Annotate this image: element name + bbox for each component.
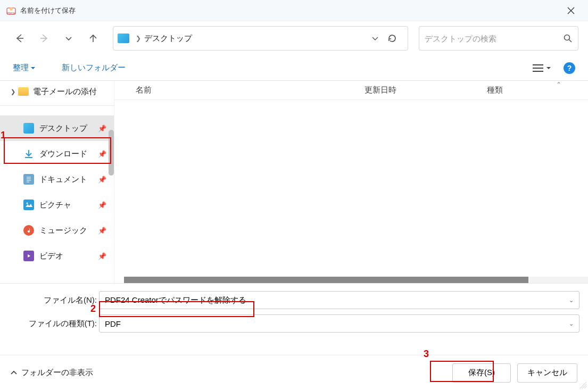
pin-icon[interactable]: 📌 bbox=[98, 227, 106, 235]
pin-icon[interactable]: 📌 bbox=[98, 125, 106, 132]
folder-icon bbox=[18, 87, 29, 96]
chevron-down-icon[interactable]: ⌄ bbox=[569, 320, 574, 327]
music-icon bbox=[23, 225, 34, 236]
filetype-label: ファイルの種類(T): bbox=[9, 319, 99, 329]
sidebar-item-label: ドキュメント bbox=[39, 175, 87, 185]
window-title: 名前を付けて保存 bbox=[20, 6, 560, 15]
breadcrumb-location[interactable]: デスクトップ bbox=[144, 34, 371, 44]
sidebar-item-music[interactable]: ミュージック 📌 bbox=[0, 218, 114, 243]
sidebar-item-desktop[interactable]: デスクトップ 📌 bbox=[0, 115, 114, 141]
video-icon bbox=[23, 251, 34, 261]
scrollbar-thumb[interactable] bbox=[124, 277, 528, 283]
download-icon bbox=[23, 148, 34, 159]
close-button[interactable] bbox=[560, 0, 582, 21]
svg-rect-5 bbox=[24, 201, 33, 209]
pictures-icon bbox=[23, 200, 34, 210]
breadcrumb-dropdown-icon[interactable] bbox=[371, 35, 387, 42]
pin-icon[interactable]: 📌 bbox=[98, 252, 106, 260]
chevron-down-icon bbox=[31, 66, 35, 70]
svg-point-6 bbox=[27, 203, 28, 204]
search-input[interactable] bbox=[425, 34, 563, 43]
command-toolbar: 整理 新しいフォルダー ? bbox=[0, 55, 588, 81]
nav-toolbar: ❯ デスクトップ bbox=[0, 21, 588, 55]
chevron-down-icon[interactable]: ⌄ bbox=[569, 297, 574, 304]
column-header-modified[interactable]: 更新日時 bbox=[365, 85, 487, 95]
title-bar: PDF24 名前を付けて保存 bbox=[0, 0, 588, 21]
app-icon: PDF24 bbox=[6, 6, 16, 15]
sidebar-item-label: ミュージック bbox=[39, 226, 87, 236]
up-button[interactable] bbox=[83, 28, 103, 48]
navigation-pane[interactable]: ❯ 電子メールの添付 デスクトップ 📌 ダウンロード 📌 ドキュメント 📌 ピク… bbox=[0, 81, 114, 283]
back-button[interactable] bbox=[10, 28, 30, 48]
chevron-down-icon bbox=[546, 66, 551, 70]
sidebar-item-documents[interactable]: ドキュメント 📌 bbox=[0, 167, 114, 192]
resize-grip[interactable] bbox=[580, 382, 586, 388]
sort-indicator-icon: ⌃ bbox=[556, 81, 561, 88]
organize-label: 整理 bbox=[13, 63, 29, 73]
search-icon[interactable] bbox=[563, 34, 573, 43]
svg-point-1 bbox=[10, 7, 13, 11]
desktop-icon bbox=[23, 123, 34, 134]
tree-item-email-attachments[interactable]: ❯ 電子メールの添付 bbox=[0, 81, 114, 102]
column-header-type[interactable]: 種類 bbox=[487, 85, 588, 95]
horizontal-scrollbar[interactable] bbox=[124, 277, 588, 283]
sidebar-item-label: ダウンロード bbox=[39, 149, 87, 159]
help-button[interactable]: ? bbox=[564, 62, 575, 74]
file-list-body[interactable] bbox=[121, 100, 588, 283]
hide-folders-label: フォルダーの非表示 bbox=[21, 368, 93, 378]
pin-icon[interactable]: 📌 bbox=[98, 176, 106, 184]
sidebar-item-label: ビデオ bbox=[39, 251, 63, 261]
filename-label: ファイル名(N): bbox=[9, 295, 99, 305]
column-header-name[interactable]: 名前 bbox=[136, 85, 365, 95]
refresh-button[interactable] bbox=[387, 34, 403, 43]
main-area: ❯ 電子メールの添付 デスクトップ 📌 ダウンロード 📌 ドキュメント 📌 ピク… bbox=[0, 81, 588, 283]
organize-menu[interactable]: 整理 bbox=[13, 63, 35, 73]
sidebar-item-pictures[interactable]: ピクチャ 📌 bbox=[0, 192, 114, 218]
filename-value: PDF24 Creatorでパスワードを解除する bbox=[105, 295, 246, 305]
chevron-up-icon bbox=[11, 370, 17, 376]
filetype-value: PDF bbox=[105, 319, 121, 328]
dialog-footer: フォルダーの非表示 保存(S) キャンセル bbox=[0, 355, 588, 390]
svg-point-3 bbox=[565, 35, 570, 40]
column-headers[interactable]: 名前 更新日時 種類 ⌃ bbox=[114, 81, 588, 100]
filename-input[interactable]: PDF24 Creatorでパスワードを解除する ⌄ bbox=[99, 291, 579, 309]
search-box[interactable] bbox=[419, 26, 578, 51]
sidebar-item-videos[interactable]: ビデオ 📌 bbox=[0, 243, 114, 269]
view-options-button[interactable] bbox=[533, 64, 551, 72]
filetype-select[interactable]: PDF ⌄ bbox=[99, 314, 579, 333]
breadcrumb-separator-icon: ❯ bbox=[136, 35, 141, 42]
file-list[interactable]: 名前 更新日時 種類 ⌃ bbox=[114, 81, 588, 283]
desktop-icon bbox=[118, 34, 129, 43]
save-fields: ファイル名(N): PDF24 Creatorでパスワードを解除する ⌄ ファイ… bbox=[0, 283, 588, 333]
tree-item-label: 電子メールの添付 bbox=[33, 87, 97, 97]
sidebar-item-label: デスクトップ bbox=[39, 123, 87, 134]
sidebar-item-downloads[interactable]: ダウンロード 📌 bbox=[0, 141, 114, 167]
list-view-icon bbox=[533, 64, 543, 72]
cancel-button[interactable]: キャンセル bbox=[517, 363, 577, 383]
recent-locations-button[interactable] bbox=[59, 28, 79, 48]
document-icon bbox=[23, 174, 34, 185]
sidebar-item-label: ピクチャ bbox=[39, 200, 71, 210]
forward-button[interactable] bbox=[34, 28, 54, 48]
pin-icon[interactable]: 📌 bbox=[98, 201, 106, 209]
svg-text:PDF24: PDF24 bbox=[7, 12, 15, 15]
hide-folders-button[interactable]: フォルダーの非表示 bbox=[11, 368, 93, 378]
pin-icon[interactable]: 📌 bbox=[98, 150, 106, 158]
save-button[interactable]: 保存(S) bbox=[452, 363, 511, 383]
new-folder-button[interactable]: 新しいフォルダー bbox=[62, 63, 126, 73]
address-bar[interactable]: ❯ デスクトップ bbox=[113, 26, 408, 51]
chevron-right-icon: ❯ bbox=[11, 88, 18, 95]
sidebar-scrollbar[interactable] bbox=[109, 130, 114, 176]
